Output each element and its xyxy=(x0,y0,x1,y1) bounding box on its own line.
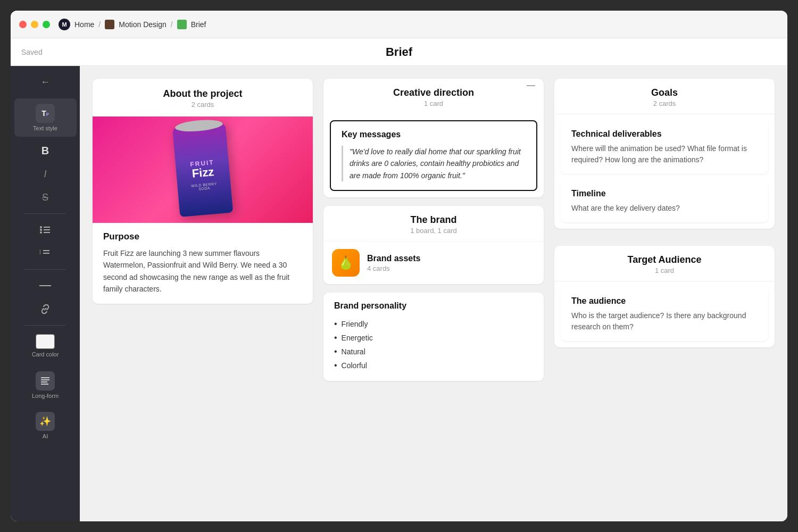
bp-item-1: Friendly xyxy=(334,317,533,331)
home-app-icon: M xyxy=(59,19,70,30)
bold-button[interactable]: B xyxy=(36,141,55,160)
sidebar-divider-3 xyxy=(24,325,66,326)
svg-point-2 xyxy=(40,229,42,231)
purpose-section: Purpose Fruit Fizz are launching 3 new s… xyxy=(93,223,313,304)
creative-title: Creative direction xyxy=(393,87,474,98)
column-about: About the project 2 cards Fruit Fizz WIL… xyxy=(93,79,313,509)
tech-deliverables-card: Technical deliverables Where will the an… xyxy=(561,121,768,174)
tech-deliverables-title: Technical deliverables xyxy=(571,129,758,139)
column-goals: Goals 2 cards Technical deliverables Whe… xyxy=(554,79,775,509)
breadcrumb-sep-2: / xyxy=(171,20,173,29)
creative-direction-section: Creative direction 1 card Key messages "… xyxy=(323,79,544,197)
bp-item-2: Energetic xyxy=(334,331,533,345)
card-color-picker[interactable]: Card color xyxy=(32,334,59,358)
tech-deliverables-text: Where will the animation be used? What f… xyxy=(571,143,758,165)
main-layout: ← Tp Text style B I S xyxy=(11,66,787,521)
numbered-list-button[interactable]: 1 2 xyxy=(36,244,55,263)
key-messages-card: Key messages "We'd love to really dial h… xyxy=(330,120,537,191)
svg-rect-14 xyxy=(41,384,48,385)
fullscreen-button[interactable] xyxy=(43,21,50,28)
italic-button[interactable]: I xyxy=(36,164,55,184)
brief-icon xyxy=(177,20,187,29)
breadcrumb-brief-label[interactable]: Brief xyxy=(191,20,206,29)
brand-assets-icon: 🍐 xyxy=(332,249,360,277)
about-subtitle: 2 cards xyxy=(103,101,302,109)
minimize-button[interactable] xyxy=(31,21,38,28)
sidebar-item-ai[interactable]: ✨ AI xyxy=(14,406,77,445)
sidebar-item-longform[interactable]: Long-form xyxy=(14,366,77,404)
goals-subtitle: 2 cards xyxy=(565,99,764,107)
textstyle-label: Text style xyxy=(33,125,57,131)
italic-icon: I xyxy=(44,169,46,180)
purpose-text: Fruit Fizz are launching 3 new summer fl… xyxy=(103,247,302,295)
back-button[interactable]: ← xyxy=(11,72,80,92)
creative-subtitle: 1 card xyxy=(393,99,474,107)
longform-label: Long-form xyxy=(32,393,59,399)
app-window: M Home / Motion Design / Brief Saved Bri… xyxy=(11,11,787,521)
sidebar-divider-1 xyxy=(24,213,66,214)
divider-icon xyxy=(39,283,51,288)
brand-personality-section: Brand personality Friendly Energetic Nat… xyxy=(323,293,544,381)
textstyle-icon: Tp xyxy=(36,104,55,123)
brand-personality-list: Friendly Energetic Natural Colorful xyxy=(334,317,533,372)
card-color-swatch[interactable] xyxy=(36,334,55,349)
key-messages-title: Key messages xyxy=(342,130,526,139)
breadcrumb-sep-1: / xyxy=(98,20,101,29)
key-messages-quote: "We'd love to really dial home that our … xyxy=(342,146,526,181)
motion-design-icon xyxy=(105,20,114,29)
timeline-title: Timeline xyxy=(571,189,758,198)
sidebar: ← Tp Text style B I S xyxy=(11,66,80,521)
about-title: About the project xyxy=(103,88,302,99)
svg-rect-7 xyxy=(43,250,49,251)
about-header: About the project 2 cards xyxy=(93,79,313,117)
goals-header: Goals 2 cards xyxy=(554,79,775,114)
svg-rect-1 xyxy=(44,227,50,228)
fruit-can: Fruit Fizz WILD BERRY SODA xyxy=(172,122,233,217)
breadcrumb-motion-label[interactable]: Motion Design xyxy=(119,20,167,29)
saved-status: Saved xyxy=(21,48,43,56)
ai-icon: ✨ xyxy=(36,412,55,431)
page-title: Brief xyxy=(386,45,412,59)
close-button[interactable] xyxy=(19,21,27,28)
svg-text:2: 2 xyxy=(39,252,41,255)
timeline-text: What are the key delivery dates? xyxy=(571,203,758,214)
svg-point-0 xyxy=(40,226,42,228)
audience-card-title: The audience xyxy=(571,296,758,306)
target-header: Target Audience 1 card xyxy=(554,246,775,281)
divider-button[interactable] xyxy=(36,276,55,295)
brand-assets-subtitle: 4 cards xyxy=(367,264,421,272)
pear-icon: 🍐 xyxy=(338,255,354,270)
breadcrumb: M Home / Motion Design / Brief xyxy=(59,19,206,30)
brand-assets-info: Brand assets 4 cards xyxy=(367,254,421,272)
svg-rect-12 xyxy=(41,379,49,380)
numbered-list-icon: 1 2 xyxy=(39,249,51,257)
svg-rect-13 xyxy=(41,381,47,383)
breadcrumb-home-label[interactable]: Home xyxy=(74,20,94,29)
sidebar-divider-2 xyxy=(24,269,66,270)
creative-header: Creative direction 1 card xyxy=(323,79,544,114)
target-section-title: Target Audience xyxy=(565,254,764,265)
bp-item-4: Colorful xyxy=(334,359,533,372)
titlebar: M Home / Motion Design / Brief xyxy=(11,11,787,38)
brand-assets-title: Brand assets xyxy=(367,254,421,263)
target-audience-section: Target Audience 1 card The audience Who … xyxy=(554,246,775,347)
card-color-label: Card color xyxy=(32,351,59,358)
can-top xyxy=(174,118,223,133)
goals-cards: Technical deliverables Where will the an… xyxy=(554,114,775,229)
svg-rect-9 xyxy=(43,253,49,254)
svg-rect-3 xyxy=(44,229,50,230)
minimize-icon[interactable] xyxy=(527,85,535,86)
list-button[interactable] xyxy=(36,220,55,239)
brand-assets-row[interactable]: 🍐 Brand assets 4 cards xyxy=(323,242,544,284)
brand-header: The brand 1 board, 1 card xyxy=(323,206,544,242)
link-button[interactable] xyxy=(36,300,55,319)
svg-point-4 xyxy=(40,231,42,234)
goals-section: Goals 2 cards Technical deliverables Whe… xyxy=(554,79,775,229)
bp-item-3: Natural xyxy=(334,345,533,359)
strikethrough-button[interactable]: S xyxy=(36,188,55,207)
sidebar-item-textstyle[interactable]: Tp Text style xyxy=(14,98,77,137)
ai-label: AI xyxy=(43,433,48,439)
brand-personality: Brand personality Friendly Energetic Nat… xyxy=(323,293,544,381)
longform-icon xyxy=(36,371,55,390)
list-icon xyxy=(40,226,51,234)
